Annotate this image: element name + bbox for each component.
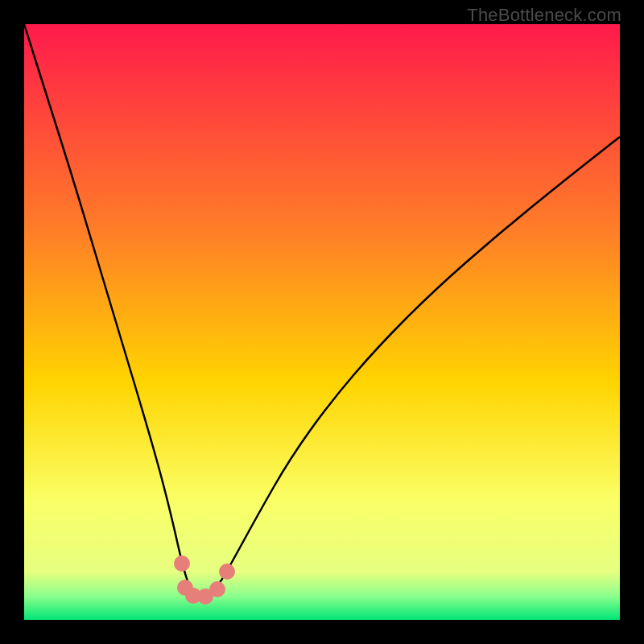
marker-dot: [219, 564, 235, 580]
marker-dot: [174, 555, 190, 572]
plot-area: [24, 24, 620, 620]
marker-dot: [209, 581, 225, 597]
chart-frame: TheBottleneck.com: [0, 0, 644, 644]
watermark-text: TheBottleneck.com: [467, 5, 621, 26]
gradient-background: [24, 24, 620, 620]
bottleneck-chart: [24, 24, 620, 620]
